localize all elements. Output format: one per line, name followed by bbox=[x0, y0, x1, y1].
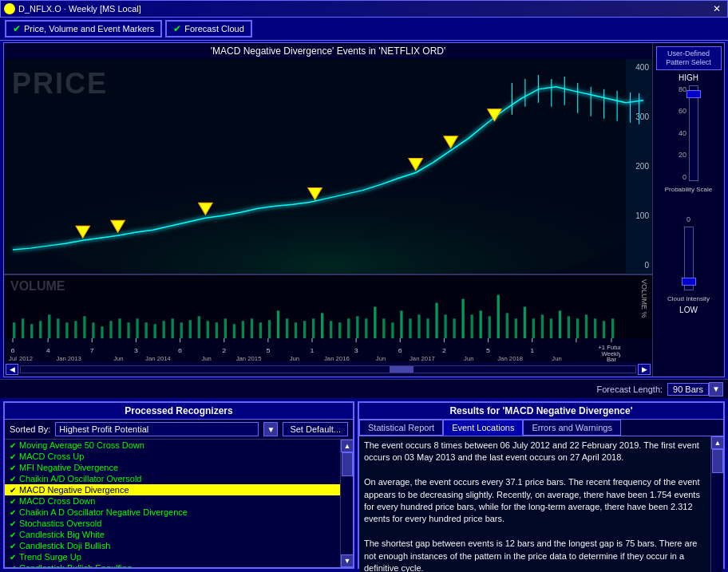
svg-rect-60 bbox=[365, 318, 367, 338]
item-label: Moving Average 50 Cross Down bbox=[19, 440, 144, 450]
recognizer-item[interactable]: ✔MACD Negative Divergence bbox=[5, 484, 340, 495]
title-bar-left: D_NFLX.O · Weekly [MS Local] bbox=[4, 3, 141, 14]
volume-chart[interactable]: VOLUME bbox=[4, 274, 652, 338]
r-scroll-up[interactable]: ▲ bbox=[341, 440, 353, 452]
svg-rect-83 bbox=[568, 316, 570, 338]
svg-rect-61 bbox=[374, 307, 376, 339]
main-chart-area: 'MACD Negative Divergence' Events in 'NE… bbox=[3, 42, 725, 377]
item-label: Chaikin A D Oscillator Negative Divergen… bbox=[19, 507, 188, 517]
svg-rect-72 bbox=[471, 314, 473, 338]
scroll-thumb[interactable] bbox=[390, 366, 413, 373]
svg-rect-43 bbox=[216, 322, 218, 338]
svg-rect-49 bbox=[268, 320, 271, 338]
svg-rect-55 bbox=[321, 313, 323, 338]
recognizer-scrollbar[interactable]: ▲ ▼ bbox=[340, 440, 353, 567]
svg-text:Jul: Jul bbox=[9, 355, 17, 362]
forecast-select-wrapper: 90 Bars ▼ bbox=[667, 382, 723, 396]
results-scrollbar[interactable]: ▲ ▼ bbox=[710, 436, 723, 572]
svg-rect-35 bbox=[144, 322, 147, 338]
svg-rect-53 bbox=[303, 321, 306, 338]
res-scroll-up[interactable]: ▲ bbox=[711, 436, 724, 449]
svg-rect-71 bbox=[461, 299, 464, 338]
forecast-dropdown-arrow[interactable]: ▼ bbox=[709, 382, 723, 396]
scale-0: 0 bbox=[679, 173, 686, 181]
svg-rect-80 bbox=[541, 314, 544, 338]
slider2-thumb[interactable] bbox=[682, 278, 696, 286]
r-scroll-track[interactable] bbox=[341, 452, 353, 554]
recognizer-item[interactable]: ✔Moving Average 50 Cross Down bbox=[5, 440, 340, 451]
close-button[interactable]: ✕ bbox=[710, 3, 724, 14]
chart-section: 'MACD Negative Divergence' Events in 'NE… bbox=[4, 43, 652, 377]
svg-rect-52 bbox=[295, 322, 297, 338]
tab-price-volume-label: Price, Volume and Event Markers bbox=[24, 24, 154, 34]
res-scroll-track[interactable] bbox=[711, 449, 723, 572]
r-scroll-down[interactable]: ▼ bbox=[341, 554, 353, 567]
svg-text:Jun: Jun bbox=[376, 355, 386, 362]
item-label: MACD Negative Divergence bbox=[19, 485, 129, 495]
recognizer-item[interactable]: ✔Candlestick Doji Bullish bbox=[5, 540, 340, 551]
svg-rect-88 bbox=[611, 318, 614, 338]
sort-dropdown-arrow[interactable]: ▼ bbox=[263, 422, 278, 436]
results-tab[interactable]: Statistical Report bbox=[359, 420, 443, 436]
scroll-track[interactable] bbox=[20, 365, 636, 373]
svg-text:Jun: Jun bbox=[290, 355, 299, 362]
recognizer-item[interactable]: ✔Trend Surge Up bbox=[5, 551, 340, 562]
check-mark: ✔ bbox=[10, 531, 16, 539]
time-axis: 6 4 7 3 6 2 5 1 3 6 2 5 1 +1 Future Week… bbox=[4, 338, 652, 362]
recognizer-item[interactable]: ✔Chaikin A/D Oscillator Oversold bbox=[5, 473, 340, 484]
svg-text:3: 3 bbox=[354, 346, 358, 353]
svg-text:6: 6 bbox=[398, 346, 402, 353]
check-mark: ✔ bbox=[10, 542, 16, 550]
svg-rect-73 bbox=[480, 310, 482, 338]
results-panel: Results for 'MACD Negative Divergence' S… bbox=[358, 401, 725, 569]
svg-rect-85 bbox=[585, 314, 588, 338]
slider1-track[interactable] bbox=[689, 85, 698, 181]
scroll-left-button[interactable]: ◀ bbox=[6, 364, 18, 375]
recognizer-item[interactable]: ✔MFI Negative Divergence bbox=[5, 462, 340, 473]
svg-text:5: 5 bbox=[266, 346, 270, 353]
price-chart[interactable]: PRICE 400 300 200 100 0 bbox=[4, 59, 652, 274]
item-label: MACD Cross Up bbox=[19, 452, 84, 461]
sort-select[interactable]: Highest Profit Potential bbox=[55, 422, 259, 436]
scroll-right-button[interactable]: ▶ bbox=[638, 364, 651, 375]
svg-text:2: 2 bbox=[442, 346, 446, 353]
scale-40: 40 bbox=[679, 129, 686, 137]
svg-rect-69 bbox=[444, 314, 446, 338]
svg-rect-76 bbox=[506, 313, 508, 338]
slider1-thumb[interactable] bbox=[686, 90, 701, 98]
recognizer-item[interactable]: ✔Chaikin A D Oscillator Negative Diverge… bbox=[5, 507, 340, 518]
recognizer-item[interactable]: ✔Candlestick Bullish Engulfing bbox=[5, 562, 340, 567]
forecast-value[interactable]: 90 Bars bbox=[667, 383, 709, 396]
svg-rect-41 bbox=[198, 316, 200, 338]
prob-label: Probability Scale bbox=[665, 186, 713, 193]
recognizer-item[interactable]: ✔MACD Cross Up bbox=[5, 451, 340, 462]
user-defined-label: User-Defined Pattern Select bbox=[659, 49, 718, 67]
scale-0-bottom: 0 bbox=[686, 215, 690, 223]
svg-rect-48 bbox=[259, 322, 262, 338]
svg-rect-31 bbox=[109, 321, 112, 338]
r-scroll-thumb[interactable] bbox=[342, 452, 353, 476]
svg-rect-28 bbox=[83, 316, 85, 338]
item-label: Trend Surge Up bbox=[19, 552, 81, 562]
svg-rect-81 bbox=[550, 318, 552, 338]
check-mark: ✔ bbox=[10, 475, 16, 483]
recognizer-item[interactable]: ✔Candlestick Big White bbox=[5, 529, 340, 540]
set-default-button[interactable]: Set Default... bbox=[283, 422, 348, 436]
results-tab[interactable]: Event Locations bbox=[443, 420, 523, 436]
check-mark: ✔ bbox=[10, 553, 16, 562]
volume-axis-label: VOLUME % bbox=[640, 279, 648, 318]
chart-scrollbar[interactable]: ◀ ▶ bbox=[4, 362, 652, 377]
svg-text:Jun: Jun bbox=[464, 355, 473, 362]
sorted-by-label: Sorted By: bbox=[10, 424, 50, 434]
res-scroll-thumb[interactable] bbox=[712, 449, 723, 473]
recognizer-item[interactable]: ✔MACD Cross Down bbox=[5, 495, 340, 507]
recognizer-item[interactable]: ✔Stochastics Oversold bbox=[5, 518, 340, 529]
low-label: LOW bbox=[679, 306, 698, 314]
slider2-track[interactable] bbox=[684, 227, 694, 290]
tab-price-volume[interactable]: ✔ Price, Volume and Event Markers bbox=[5, 20, 162, 37]
svg-rect-47 bbox=[251, 318, 253, 338]
results-tab[interactable]: Errors and Warnings bbox=[523, 420, 620, 436]
check-mark: ✔ bbox=[10, 452, 16, 461]
svg-rect-38 bbox=[172, 318, 174, 338]
tab-forecast-cloud[interactable]: ✔ Forecast Cloud bbox=[165, 20, 252, 37]
